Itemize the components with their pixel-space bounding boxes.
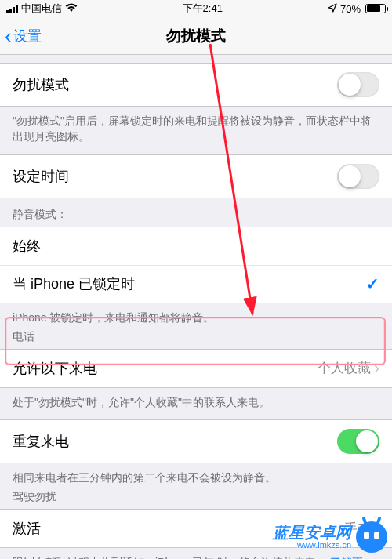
location-icon	[328, 3, 337, 15]
watermark: 蓝星安卓网 www.lmkzs.cn	[273, 521, 387, 553]
back-label: 设置	[13, 27, 42, 45]
allow-calls-label: 允许以下来电	[13, 359, 97, 378]
allow-footer: 处于"勿扰模式"时，允许"个人收藏"中的联系人来电。	[0, 388, 392, 419]
repeat-footer: 相同来电者在三分钟内的第二个来电不会被设为静音。	[0, 463, 392, 488]
watermark-url: www.lmkzs.cn	[273, 541, 351, 550]
dnd-toggle[interactable]	[337, 72, 379, 97]
repeat-calls-toggle[interactable]	[337, 429, 379, 454]
locked-footer: iPhone 被锁定时，来电和通知都将静音。	[0, 303, 392, 329]
status-bar: 中国电信 下午2:41 70%	[0, 0, 392, 17]
activate-label: 激活	[13, 519, 41, 538]
back-button[interactable]: ‹ 设置	[0, 26, 48, 46]
repeat-calls-row[interactable]: 重复来电	[0, 420, 392, 463]
dnd-label: 勿扰模式	[13, 75, 69, 94]
silence-always-row[interactable]: 始终	[0, 227, 392, 265]
schedule-toggle[interactable]	[337, 164, 379, 189]
silence-always-label: 始终	[13, 237, 41, 256]
wifi-icon	[65, 3, 78, 15]
status-time: 下午2:41	[183, 2, 223, 16]
allow-calls-row[interactable]: 允许以下来电 个人收藏 ›	[0, 350, 392, 387]
android-robot-icon	[356, 521, 387, 553]
page-title: 勿扰模式	[0, 26, 392, 46]
chevron-right-icon: ›	[374, 360, 379, 377]
chevron-left-icon: ‹	[5, 26, 12, 46]
carrier-label: 中国电信	[21, 2, 62, 16]
battery-percent: 70%	[340, 3, 361, 15]
repeat-calls-label: 重复来电	[13, 432, 69, 451]
silence-locked-row[interactable]: 当 iPhone 已锁定时 ✓	[0, 265, 392, 303]
watermark-text: 蓝星安卓网	[273, 525, 351, 541]
checkmark-icon: ✓	[366, 274, 379, 293]
status-right: 70%	[328, 3, 386, 15]
phone-header: 电话	[0, 329, 392, 349]
allow-calls-value: 个人收藏	[318, 359, 371, 377]
schedule-row[interactable]: 设定时间	[0, 155, 392, 198]
battery-icon	[365, 4, 386, 13]
silence-locked-label: 当 iPhone 已锁定时	[13, 274, 135, 293]
schedule-label: 设定时间	[13, 167, 69, 186]
nav-bar: ‹ 设置 勿扰模式	[0, 17, 392, 55]
status-left: 中国电信	[6, 2, 78, 16]
silence-header: 静音模式：	[0, 198, 392, 227]
drive-header: 驾驶勿扰	[0, 488, 392, 509]
dnd-row[interactable]: 勿扰模式	[0, 64, 392, 106]
signal-icon	[6, 5, 18, 13]
dnd-footer: "勿扰模式"启用后，屏幕锁定时的来电和提醒将被设为静音，而状态栏中将出现月亮图标…	[0, 107, 392, 154]
